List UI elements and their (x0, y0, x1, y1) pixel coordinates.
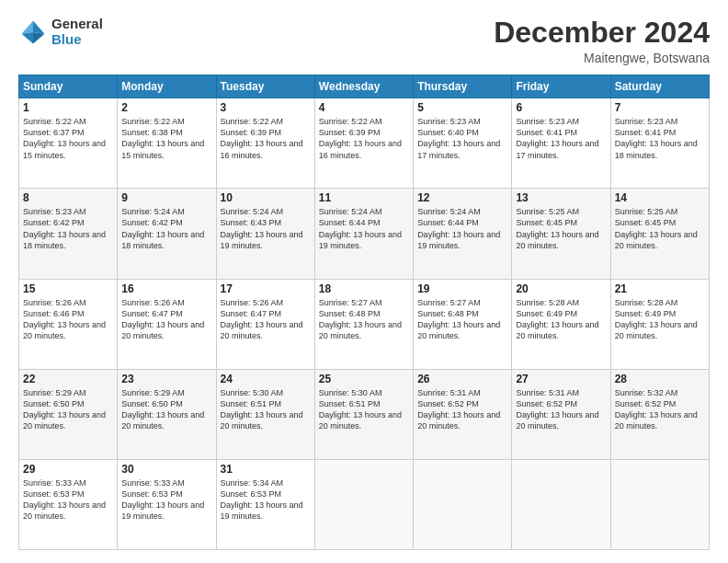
day-number: 16 (121, 282, 211, 295)
day-number: 14 (615, 191, 705, 204)
table-row: 31 Sunrise: 5:34 AMSunset: 6:53 PMDaylig… (216, 459, 314, 549)
day-number: 4 (319, 101, 409, 114)
header: General Blue December 2024 Maitengwe, Bo… (18, 17, 710, 65)
cell-info: Sunrise: 5:29 AMSunset: 6:50 PMDaylight:… (23, 388, 106, 431)
table-row: 3 Sunrise: 5:22 AMSunset: 6:39 PMDayligh… (216, 98, 314, 189)
cell-info: Sunrise: 5:22 AMSunset: 6:39 PMDaylight:… (221, 117, 303, 159)
col-sunday: Sunday (19, 75, 118, 98)
cell-info: Sunrise: 5:23 AMSunset: 6:42 PMDaylight:… (23, 207, 106, 249)
col-friday: Friday (512, 75, 610, 98)
cell-info: Sunrise: 5:23 AMSunset: 6:41 PMDaylight:… (516, 117, 598, 159)
day-number: 28 (615, 373, 705, 385)
table-row: 9 Sunrise: 5:24 AMSunset: 6:42 PMDayligh… (118, 189, 216, 279)
day-number: 24 (221, 373, 311, 385)
day-number: 10 (221, 191, 311, 204)
cell-info: Sunrise: 5:23 AMSunset: 6:40 PMDaylight:… (417, 117, 500, 159)
calendar-week-row: 8 Sunrise: 5:23 AMSunset: 6:42 PMDayligh… (19, 189, 710, 279)
day-number: 22 (23, 373, 113, 385)
table-row: 13 Sunrise: 5:25 AMSunset: 6:45 PMDaylig… (512, 189, 610, 279)
calendar-week-row: 29 Sunrise: 5:33 AMSunset: 6:53 PMDaylig… (19, 459, 710, 549)
table-row: 25 Sunrise: 5:30 AMSunset: 6:51 PMDaylig… (314, 369, 413, 459)
table-row: 29 Sunrise: 5:33 AMSunset: 6:53 PMDaylig… (19, 459, 118, 549)
cell-info: Sunrise: 5:24 AMSunset: 6:42 PMDaylight:… (121, 207, 204, 249)
cell-info: Sunrise: 5:27 AMSunset: 6:48 PMDaylight:… (319, 298, 402, 340)
day-number: 11 (319, 191, 409, 204)
day-number: 18 (319, 282, 409, 295)
day-number: 8 (23, 191, 113, 204)
table-row: 23 Sunrise: 5:29 AMSunset: 6:50 PMDaylig… (118, 369, 216, 459)
cell-info: Sunrise: 5:24 AMSunset: 6:44 PMDaylight:… (417, 207, 500, 249)
calendar-week-row: 15 Sunrise: 5:26 AMSunset: 6:46 PMDaylig… (19, 279, 710, 369)
table-row: 22 Sunrise: 5:29 AMSunset: 6:50 PMDaylig… (19, 369, 118, 459)
table-row: 18 Sunrise: 5:27 AMSunset: 6:48 PMDaylig… (314, 279, 413, 369)
cell-info: Sunrise: 5:31 AMSunset: 6:52 PMDaylight:… (417, 388, 500, 431)
day-number: 30 (121, 463, 211, 476)
table-row: 26 Sunrise: 5:31 AMSunset: 6:52 PMDaylig… (414, 369, 512, 459)
day-number: 20 (516, 282, 606, 295)
svg-marker-1 (22, 20, 33, 33)
table-row (610, 459, 709, 549)
table-row: 5 Sunrise: 5:23 AMSunset: 6:40 PMDayligh… (414, 98, 512, 189)
logo-text: General Blue (51, 17, 103, 47)
table-row: 24 Sunrise: 5:30 AMSunset: 6:51 PMDaylig… (216, 369, 314, 459)
cell-info: Sunrise: 5:33 AMSunset: 6:53 PMDaylight:… (23, 478, 106, 521)
table-row: 30 Sunrise: 5:33 AMSunset: 6:53 PMDaylig… (118, 459, 216, 549)
day-number: 5 (417, 101, 507, 114)
cell-info: Sunrise: 5:31 AMSunset: 6:52 PMDaylight:… (516, 388, 598, 431)
table-row: 2 Sunrise: 5:22 AMSunset: 6:38 PMDayligh… (118, 98, 216, 189)
day-number: 6 (516, 101, 606, 114)
logo-icon (18, 17, 48, 47)
table-row: 4 Sunrise: 5:22 AMSunset: 6:39 PMDayligh… (314, 98, 413, 189)
day-number: 3 (221, 101, 311, 114)
col-thursday: Thursday (414, 75, 512, 98)
svg-marker-3 (33, 32, 44, 43)
cell-info: Sunrise: 5:32 AMSunset: 6:52 PMDaylight:… (615, 388, 698, 431)
cell-info: Sunrise: 5:30 AMSunset: 6:51 PMDaylight:… (319, 388, 402, 431)
day-number: 2 (121, 101, 211, 114)
cell-info: Sunrise: 5:33 AMSunset: 6:53 PMDaylight:… (121, 478, 204, 521)
table-row: 17 Sunrise: 5:26 AMSunset: 6:47 PMDaylig… (216, 279, 314, 369)
cell-info: Sunrise: 5:25 AMSunset: 6:45 PMDaylight:… (516, 207, 598, 249)
table-row: 15 Sunrise: 5:26 AMSunset: 6:46 PMDaylig… (19, 279, 118, 369)
day-number: 7 (615, 101, 705, 114)
logo-general-text: General (51, 17, 103, 32)
cell-info: Sunrise: 5:24 AMSunset: 6:44 PMDaylight:… (319, 207, 402, 249)
table-row: 8 Sunrise: 5:23 AMSunset: 6:42 PMDayligh… (19, 189, 118, 279)
day-number: 23 (121, 373, 211, 385)
title-block: December 2024 Maitengwe, Botswana (494, 17, 710, 65)
day-number: 13 (516, 191, 606, 204)
col-wednesday: Wednesday (314, 75, 413, 98)
cell-info: Sunrise: 5:30 AMSunset: 6:51 PMDaylight:… (221, 388, 303, 431)
day-number: 27 (516, 373, 606, 385)
col-saturday: Saturday (610, 75, 709, 98)
day-number: 17 (221, 282, 311, 295)
cell-info: Sunrise: 5:27 AMSunset: 6:48 PMDaylight:… (417, 298, 500, 340)
table-row: 10 Sunrise: 5:24 AMSunset: 6:43 PMDaylig… (216, 189, 314, 279)
calendar-header-row: Sunday Monday Tuesday Wednesday Thursday… (19, 75, 710, 98)
cell-info: Sunrise: 5:28 AMSunset: 6:49 PMDaylight:… (516, 298, 598, 340)
logo: General Blue (18, 17, 103, 47)
table-row: 1 Sunrise: 5:22 AMSunset: 6:37 PMDayligh… (19, 98, 118, 189)
table-row (414, 459, 512, 549)
location: Maitengwe, Botswana (494, 51, 710, 65)
table-row: 11 Sunrise: 5:24 AMSunset: 6:44 PMDaylig… (314, 189, 413, 279)
table-row: 21 Sunrise: 5:28 AMSunset: 6:49 PMDaylig… (610, 279, 709, 369)
day-number: 15 (23, 282, 113, 295)
table-row: 12 Sunrise: 5:24 AMSunset: 6:44 PMDaylig… (414, 189, 512, 279)
day-number: 25 (319, 373, 409, 385)
table-row: 28 Sunrise: 5:32 AMSunset: 6:52 PMDaylig… (610, 369, 709, 459)
cell-info: Sunrise: 5:22 AMSunset: 6:38 PMDaylight:… (121, 117, 204, 159)
day-number: 12 (417, 191, 507, 204)
col-tuesday: Tuesday (216, 75, 314, 98)
cell-info: Sunrise: 5:24 AMSunset: 6:43 PMDaylight:… (221, 207, 303, 249)
day-number: 31 (221, 463, 311, 476)
calendar-week-row: 1 Sunrise: 5:22 AMSunset: 6:37 PMDayligh… (19, 98, 710, 189)
cell-info: Sunrise: 5:22 AMSunset: 6:37 PMDaylight:… (23, 117, 106, 159)
cell-info: Sunrise: 5:23 AMSunset: 6:41 PMDaylight:… (615, 117, 698, 159)
table-row: 27 Sunrise: 5:31 AMSunset: 6:52 PMDaylig… (512, 369, 610, 459)
table-row: 14 Sunrise: 5:25 AMSunset: 6:45 PMDaylig… (610, 189, 709, 279)
logo-blue-text: Blue (51, 32, 103, 48)
svg-marker-2 (22, 32, 33, 43)
day-number: 1 (23, 101, 113, 114)
cell-info: Sunrise: 5:29 AMSunset: 6:50 PMDaylight:… (121, 388, 204, 431)
